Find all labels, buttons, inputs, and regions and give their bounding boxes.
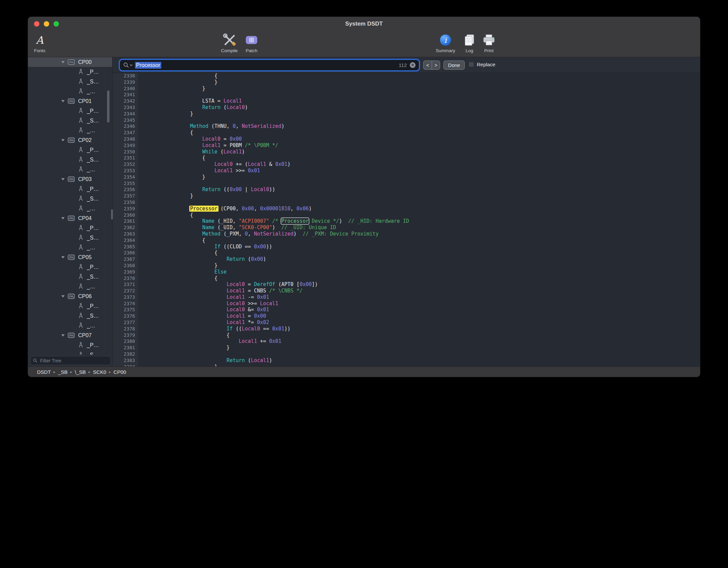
line-number: 2383: [112, 357, 138, 364]
clear-search-button[interactable]: ✕: [410, 62, 416, 68]
scope-icon: [68, 254, 75, 260]
find-previous-button[interactable]: <: [423, 61, 432, 70]
tree-item[interactable]: _S…: [28, 350, 112, 355]
sidebar-tree: CP00_P…_S…_…CP01_P…_S…_…CP02_P…_S…_…CP03…: [28, 57, 112, 355]
zoom-button[interactable]: [54, 21, 59, 27]
tree-item[interactable]: _…: [28, 165, 112, 174]
tree-item-cp03[interactable]: CP03: [28, 174, 112, 184]
log-label: Log: [466, 48, 473, 53]
summary-button[interactable]: i Summary: [434, 32, 457, 53]
method-icon: [78, 196, 84, 202]
app-window: System DSDT A Fonts Compile: [28, 17, 700, 377]
title-bar: System DSDT: [28, 17, 700, 31]
disclosure-triangle[interactable]: [61, 61, 65, 64]
code-line: Else: [141, 269, 700, 275]
tree-item[interactable]: _…: [28, 126, 112, 135]
line-number: 2340: [112, 85, 138, 92]
tree-item-label: _S…: [87, 274, 99, 280]
tree-item[interactable]: _S…: [28, 272, 112, 282]
tree-item-cp02[interactable]: CP02: [28, 135, 112, 145]
find-input[interactable]: Processor 112 ✕: [120, 60, 419, 70]
code-line: Local1 = 0x00: [141, 313, 700, 319]
code-line: {: [141, 212, 700, 218]
tree-item[interactable]: _P…: [28, 106, 112, 116]
line-number: 2353: [112, 168, 138, 174]
tree-item[interactable]: _S…: [28, 233, 112, 243]
tree-item[interactable]: _P…: [28, 262, 112, 272]
replace-label: Replace: [477, 62, 495, 67]
filter-input[interactable]: [39, 358, 108, 364]
tree-item[interactable]: _S…: [28, 311, 112, 321]
tree-item-label: _S…: [87, 118, 99, 124]
tree-item[interactable]: _S…: [28, 77, 112, 86]
tree-item[interactable]: _P…: [28, 340, 112, 350]
minimize-button[interactable]: [44, 21, 49, 27]
disclosure-triangle[interactable]: [61, 139, 65, 142]
tree-item[interactable]: _…: [28, 321, 112, 330]
line-number: 2382: [112, 351, 138, 357]
print-button[interactable]: Print: [477, 32, 501, 53]
close-button[interactable]: [34, 21, 39, 27]
tree-item-cp00[interactable]: CP00: [28, 57, 112, 67]
find-next-button[interactable]: >: [432, 61, 440, 70]
info-icon: i: [439, 32, 452, 48]
code-editor[interactable]: { } } LSTA = Local1 Return (Local0) } Me…: [138, 73, 700, 367]
tree-item[interactable]: _…: [28, 282, 112, 291]
patch-label: Patch: [246, 48, 258, 53]
method-icon: [78, 283, 84, 290]
tree-item-cp06[interactable]: CP06: [28, 291, 112, 301]
patch-button[interactable]: Patch: [240, 32, 263, 53]
disclosure-triangle[interactable]: [61, 178, 65, 181]
line-number: 2380: [112, 338, 138, 345]
tree-item-label: _P…: [87, 342, 99, 348]
tree-item-cp05[interactable]: CP05: [28, 252, 112, 262]
disclosure-triangle[interactable]: [61, 295, 65, 298]
tree-item-cp01[interactable]: CP01: [28, 96, 112, 106]
tree-item[interactable]: _S…: [28, 194, 112, 204]
disclosure-triangle[interactable]: [61, 100, 65, 103]
fonts-icon: A: [36, 32, 43, 48]
line-number: 2341: [112, 92, 138, 98]
line-number: 2354: [112, 174, 138, 180]
line-number: 2351: [112, 155, 138, 161]
line-number: 2377: [112, 319, 138, 326]
tree-item[interactable]: _P…: [28, 145, 112, 155]
tree-item[interactable]: _…: [28, 86, 112, 96]
tree-item[interactable]: _P…: [28, 184, 112, 194]
tree-item[interactable]: _P…: [28, 67, 112, 77]
code-line: If ((CLOD == 0x00)): [141, 244, 700, 250]
tree-item[interactable]: _P…: [28, 223, 112, 233]
method-icon: [78, 147, 84, 153]
disclosure-triangle[interactable]: [61, 217, 65, 220]
replace-checkbox[interactable]: [468, 62, 474, 67]
code-line: {: [141, 332, 700, 339]
breadcrumb-item[interactable]: CP00: [113, 369, 126, 375]
line-number: 2360: [112, 212, 138, 218]
compile-button[interactable]: Compile: [218, 32, 241, 53]
tree-item-label: _P…: [87, 264, 99, 270]
breadcrumb-item[interactable]: DSDT: [37, 369, 51, 375]
splitter-handle[interactable]: [111, 209, 113, 219]
code-line: Return (Local0): [141, 104, 700, 111]
breadcrumb-item[interactable]: _SB: [58, 369, 67, 375]
done-button[interactable]: Done: [443, 61, 465, 70]
breadcrumb-item[interactable]: \_SB: [75, 369, 86, 375]
line-number: 2367: [112, 256, 138, 262]
disclosure-triangle[interactable]: [61, 256, 65, 259]
tree-item-cp07[interactable]: CP07: [28, 330, 112, 340]
tree-item-label: _…: [87, 284, 95, 290]
compile-tools-icon: [222, 32, 237, 48]
fonts-button[interactable]: A Fonts: [28, 32, 52, 53]
tree-item-cp04[interactable]: CP04: [28, 213, 112, 223]
tree-item[interactable]: _S…: [28, 116, 112, 126]
tree-item[interactable]: _…: [28, 204, 112, 213]
breadcrumb-item[interactable]: SCK0: [93, 369, 106, 375]
tree-item-label: CP03: [78, 176, 92, 182]
disclosure-triangle[interactable]: [61, 334, 65, 337]
tree-item[interactable]: _P…: [28, 301, 112, 311]
tree-item[interactable]: _…: [28, 243, 112, 252]
code-line: Processor (CP00, 0x00, 0x00001810, 0x06): [141, 206, 700, 212]
tree-item-label: CP06: [78, 293, 92, 299]
sidebar-scrollbar[interactable]: [107, 91, 109, 122]
tree-item[interactable]: _S…: [28, 155, 112, 165]
